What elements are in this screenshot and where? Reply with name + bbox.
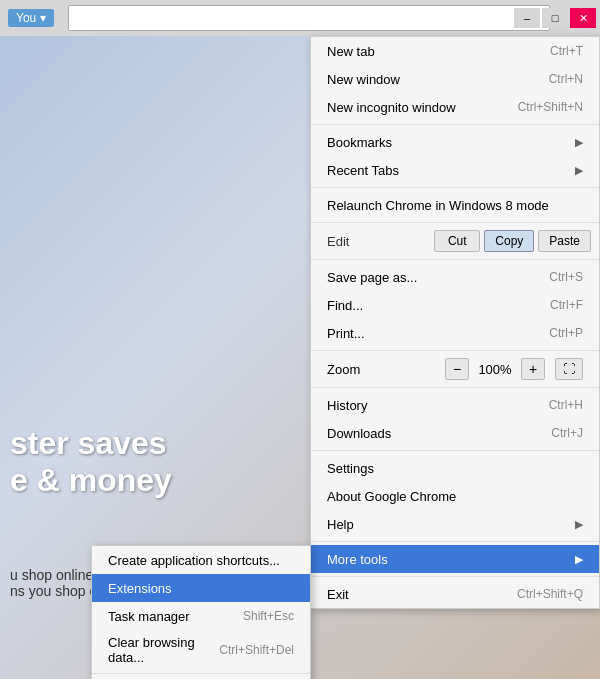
fullscreen-button[interactable]: ⛶	[555, 358, 583, 380]
edit-label: Edit	[319, 234, 430, 249]
copy-button[interactable]: Copy	[484, 230, 534, 252]
bg-headline: ster saves e & money	[10, 425, 172, 499]
minimize-button[interactable]: –	[514, 8, 540, 28]
menu-item-exit[interactable]: Exit Ctrl+Shift+Q	[311, 580, 599, 608]
more-tools-container: More tools ▶ Create application shortcut…	[311, 545, 599, 573]
submenu-sep-1	[92, 673, 310, 674]
close-button[interactable]: ✕	[570, 8, 596, 28]
menu-item-new-window[interactable]: New window Ctrl+N	[311, 65, 599, 93]
separator-2	[311, 187, 599, 188]
separator-3	[311, 222, 599, 223]
zoom-label: Zoom	[327, 362, 445, 377]
menu-item-find[interactable]: Find... Ctrl+F	[311, 291, 599, 319]
restore-button[interactable]: □	[542, 8, 568, 28]
menu-item-about[interactable]: About Google Chrome	[311, 482, 599, 510]
zoom-row: Zoom − 100% + ⛶	[311, 354, 599, 384]
window-controls: – □ ✕	[514, 0, 600, 36]
you-button[interactable]: You ▾	[8, 9, 54, 27]
separator-7	[311, 450, 599, 451]
menu-item-save-page[interactable]: Save page as... Ctrl+S	[311, 263, 599, 291]
menu-item-bookmarks[interactable]: Bookmarks ▶	[311, 128, 599, 156]
submenu-item-task-manager[interactable]: Task manager Shift+Esc	[92, 602, 310, 630]
separator-8	[311, 541, 599, 542]
you-label: You	[16, 11, 36, 25]
menu-item-history[interactable]: History Ctrl+H	[311, 391, 599, 419]
separator-1	[311, 124, 599, 125]
menu-item-new-tab[interactable]: New tab Ctrl+T	[311, 37, 599, 65]
edit-bar: Edit Cut Copy Paste	[311, 226, 599, 256]
separator-9	[311, 576, 599, 577]
menu-item-help[interactable]: Help ▶	[311, 510, 599, 538]
zoom-controls: − 100% + ⛶	[445, 358, 583, 380]
paste-button[interactable]: Paste	[538, 230, 591, 252]
menu-item-incognito[interactable]: New incognito window Ctrl+Shift+N	[311, 93, 599, 121]
browser-toolbar: You ▾ ☆ ≡ – □ ✕	[0, 0, 600, 36]
address-bar[interactable]	[68, 5, 549, 31]
submenu-item-extensions[interactable]: Extensions	[92, 574, 310, 602]
menu-item-settings[interactable]: Settings	[311, 454, 599, 482]
zoom-plus-button[interactable]: +	[521, 358, 545, 380]
more-tools-submenu: Create application shortcuts... Extensio…	[91, 545, 311, 679]
separator-4	[311, 259, 599, 260]
submenu-item-clear-data[interactable]: Clear browsing data... Ctrl+Shift+Del	[92, 630, 310, 670]
separator-5	[311, 350, 599, 351]
menu-item-relaunch[interactable]: Relaunch Chrome in Windows 8 mode	[311, 191, 599, 219]
zoom-value: 100%	[475, 362, 515, 377]
menu-item-more-tools[interactable]: More tools ▶	[311, 545, 599, 573]
chrome-menu: New tab Ctrl+T New window Ctrl+N New inc…	[310, 36, 600, 609]
menu-item-print[interactable]: Print... Ctrl+P	[311, 319, 599, 347]
submenu-item-shortcuts[interactable]: Create application shortcuts...	[92, 546, 310, 574]
menu-item-recent-tabs[interactable]: Recent Tabs ▶	[311, 156, 599, 184]
cut-button[interactable]: Cut	[434, 230, 480, 252]
you-arrow-icon: ▾	[40, 11, 46, 25]
separator-6	[311, 387, 599, 388]
zoom-minus-button[interactable]: −	[445, 358, 469, 380]
menu-item-downloads[interactable]: Downloads Ctrl+J	[311, 419, 599, 447]
